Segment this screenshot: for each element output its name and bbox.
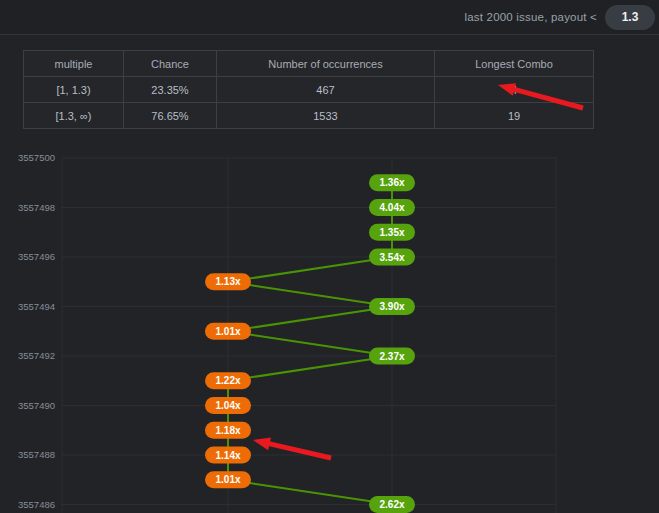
cell-longest-combo: 4 xyxy=(435,77,594,103)
header-chance: Chance xyxy=(124,51,217,77)
cell-chance: 76.65% xyxy=(124,103,217,129)
cell-multiple: [1.3, ∞) xyxy=(24,103,124,129)
filter-caption: last 2000 issue, payout < xyxy=(464,11,597,23)
multiplier-badge-label: 3.54x xyxy=(379,252,404,263)
y-axis-tick-label: 3557490 xyxy=(18,400,55,411)
dashboard-page: last 2000 issue, payout < 1.3 multiple C… xyxy=(0,0,659,513)
y-axis-tick-label: 3557486 xyxy=(18,499,55,510)
multiplier-badge-label: 1.18x xyxy=(215,425,240,436)
stats-table: multiple Chance Number of occurrences Lo… xyxy=(23,50,594,129)
filter-bar: last 2000 issue, payout < 1.3 xyxy=(0,0,659,35)
multiplier-badge-label: 1.04x xyxy=(215,400,240,411)
cell-occurrences: 467 xyxy=(217,77,435,103)
multiplier-connector-line xyxy=(228,183,392,505)
cell-multiple: [1, 1.3) xyxy=(24,77,124,103)
multiplier-badge-label: 2.62x xyxy=(379,499,404,510)
cell-occurrences: 1533 xyxy=(217,103,435,129)
header-longest-combo: Longest Combo xyxy=(435,51,594,77)
multiplier-badge-label: 1.22x xyxy=(215,375,240,386)
multiplier-badge-label: 1.14x xyxy=(215,450,240,461)
multiplier-badge-label: 1.01x xyxy=(215,474,240,485)
table-row: [1.3, ∞) 76.65% 1533 19 xyxy=(24,103,594,129)
multiplier-badge-label: 1.01x xyxy=(215,326,240,337)
cell-chance: 23.35% xyxy=(124,77,217,103)
y-axis-tick-label: 3557494 xyxy=(18,301,55,312)
multiplier-badge-label: 3.90x xyxy=(379,301,404,312)
header-multiple: multiple xyxy=(24,51,124,77)
table-header-row: multiple Chance Number of occurrences Lo… xyxy=(24,51,594,77)
y-axis-tick-label: 3557492 xyxy=(18,350,55,361)
y-axis-tick-label: 3557496 xyxy=(18,251,55,262)
table-row: [1, 1.3) 23.35% 467 4 xyxy=(24,77,594,103)
header-occurrences: Number of occurrences xyxy=(217,51,435,77)
multiplier-badge-label: 4.04x xyxy=(379,202,404,213)
stats-table-head: multiple Chance Number of occurrences Lo… xyxy=(24,51,594,77)
y-axis-tick-label: 3557498 xyxy=(18,202,55,213)
multiplier-badge-label: 1.36x xyxy=(379,177,404,188)
payout-threshold-pill[interactable]: 1.3 xyxy=(605,5,655,30)
y-axis-tick-label: 3557500 xyxy=(18,152,55,163)
stats-table-body: [1, 1.3) 23.35% 467 4 [1.3, ∞) 76.65% 15… xyxy=(24,77,594,129)
multiplier-badge-label: 2.37x xyxy=(379,351,404,362)
multiplier-badge-label: 1.13x xyxy=(215,276,240,287)
y-axis-tick-label: 3557488 xyxy=(18,449,55,460)
multiplier-badge-label: 1.35x xyxy=(379,227,404,238)
cell-longest-combo: 19 xyxy=(435,103,594,129)
